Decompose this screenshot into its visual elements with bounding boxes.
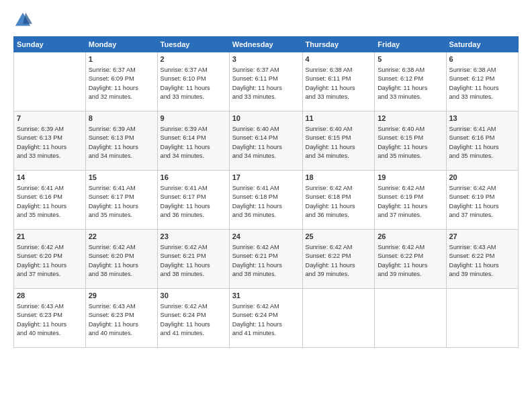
day-info: Sunrise: 6:37 AM Sunset: 6:11 PM Dayligh… bbox=[232, 66, 282, 101]
calendar-week-row: 21Sunrise: 6:42 AM Sunset: 6:20 PM Dayli… bbox=[14, 230, 519, 289]
logo bbox=[13, 11, 35, 30]
calendar-cell: 28Sunrise: 6:43 AM Sunset: 6:23 PM Dayli… bbox=[14, 289, 86, 348]
calendar-cell: 5Sunrise: 6:38 AM Sunset: 6:12 PM Daylig… bbox=[375, 52, 446, 111]
day-number: 19 bbox=[378, 173, 443, 183]
day-number: 1 bbox=[89, 54, 154, 64]
day-info: Sunrise: 6:41 AM Sunset: 6:17 PM Dayligh… bbox=[161, 185, 210, 219]
day-info: Sunrise: 6:40 AM Sunset: 6:14 PM Dayligh… bbox=[232, 126, 282, 160]
calendar-cell: 6Sunrise: 6:38 AM Sunset: 6:12 PM Daylig… bbox=[446, 52, 519, 111]
day-number: 8 bbox=[89, 113, 154, 124]
day-number: 30 bbox=[161, 291, 226, 301]
day-info: Sunrise: 6:41 AM Sunset: 6:16 PM Dayligh… bbox=[17, 185, 66, 219]
day-info: Sunrise: 6:42 AM Sunset: 6:19 PM Dayligh… bbox=[378, 185, 427, 219]
calendar-header-day: Monday bbox=[85, 37, 157, 52]
calendar-cell: 16Sunrise: 6:41 AM Sunset: 6:17 PM Dayli… bbox=[157, 171, 229, 230]
calendar-week-row: 1Sunrise: 6:37 AM Sunset: 6:09 PM Daylig… bbox=[14, 52, 519, 111]
day-info: Sunrise: 6:41 AM Sunset: 6:18 PM Dayligh… bbox=[232, 185, 282, 219]
calendar-cell: 30Sunrise: 6:42 AM Sunset: 6:24 PM Dayli… bbox=[157, 289, 229, 348]
day-info: Sunrise: 6:38 AM Sunset: 6:12 PM Dayligh… bbox=[378, 66, 427, 101]
day-number: 27 bbox=[449, 232, 516, 242]
day-number: 12 bbox=[378, 113, 443, 124]
calendar-cell: 21Sunrise: 6:42 AM Sunset: 6:20 PM Dayli… bbox=[14, 230, 86, 289]
calendar-week-row: 7Sunrise: 6:39 AM Sunset: 6:13 PM Daylig… bbox=[14, 111, 519, 171]
day-number: 21 bbox=[17, 232, 83, 242]
calendar-cell: 2Sunrise: 6:37 AM Sunset: 6:10 PM Daylig… bbox=[157, 52, 229, 111]
calendar-cell: 18Sunrise: 6:42 AM Sunset: 6:18 PM Dayli… bbox=[302, 171, 375, 230]
day-info: Sunrise: 6:39 AM Sunset: 6:14 PM Dayligh… bbox=[161, 126, 210, 160]
calendar-cell: 15Sunrise: 6:41 AM Sunset: 6:17 PM Dayli… bbox=[85, 171, 157, 230]
calendar-cell: 12Sunrise: 6:40 AM Sunset: 6:15 PM Dayli… bbox=[375, 111, 446, 171]
calendar-cell: 7Sunrise: 6:39 AM Sunset: 6:13 PM Daylig… bbox=[14, 111, 86, 171]
day-info: Sunrise: 6:42 AM Sunset: 6:24 PM Dayligh… bbox=[232, 303, 282, 337]
day-number: 20 bbox=[449, 173, 516, 183]
calendar-cell bbox=[375, 289, 446, 348]
day-number: 10 bbox=[232, 113, 300, 124]
day-number: 3 bbox=[232, 54, 300, 64]
calendar-cell: 26Sunrise: 6:42 AM Sunset: 6:22 PM Dayli… bbox=[375, 230, 446, 289]
day-number: 4 bbox=[306, 54, 372, 64]
day-number: 31 bbox=[232, 291, 300, 301]
day-number: 28 bbox=[17, 291, 83, 301]
day-info: Sunrise: 6:37 AM Sunset: 6:09 PM Dayligh… bbox=[89, 66, 138, 101]
day-number: 16 bbox=[161, 173, 226, 183]
day-info: Sunrise: 6:42 AM Sunset: 6:24 PM Dayligh… bbox=[161, 303, 210, 337]
calendar-week-row: 14Sunrise: 6:41 AM Sunset: 6:16 PM Dayli… bbox=[14, 171, 519, 230]
day-number: 25 bbox=[306, 232, 372, 242]
calendar-cell: 13Sunrise: 6:41 AM Sunset: 6:16 PM Dayli… bbox=[446, 111, 519, 171]
calendar-cell: 25Sunrise: 6:42 AM Sunset: 6:22 PM Dayli… bbox=[302, 230, 375, 289]
day-info: Sunrise: 6:43 AM Sunset: 6:23 PM Dayligh… bbox=[17, 303, 66, 337]
day-number: 15 bbox=[89, 173, 154, 183]
day-number: 26 bbox=[378, 232, 443, 242]
day-info: Sunrise: 6:42 AM Sunset: 6:20 PM Dayligh… bbox=[17, 244, 66, 278]
calendar-header-row: SundayMondayTuesdayWednesdayThursdayFrid… bbox=[14, 37, 519, 52]
day-number: 7 bbox=[17, 113, 83, 124]
day-info: Sunrise: 6:40 AM Sunset: 6:15 PM Dayligh… bbox=[378, 126, 427, 160]
calendar-header-day: Tuesday bbox=[157, 37, 229, 52]
header bbox=[13, 11, 519, 30]
day-number: 29 bbox=[89, 291, 154, 301]
day-info: Sunrise: 6:40 AM Sunset: 6:15 PM Dayligh… bbox=[306, 126, 355, 160]
calendar-cell: 3Sunrise: 6:37 AM Sunset: 6:11 PM Daylig… bbox=[229, 52, 302, 111]
day-number: 2 bbox=[161, 54, 226, 64]
calendar-header-day: Sunday bbox=[14, 37, 86, 52]
calendar-cell: 4Sunrise: 6:38 AM Sunset: 6:11 PM Daylig… bbox=[302, 52, 375, 111]
page: SundayMondayTuesdayWednesdayThursdayFrid… bbox=[0, 0, 532, 411]
calendar-cell: 22Sunrise: 6:42 AM Sunset: 6:20 PM Dayli… bbox=[85, 230, 157, 289]
day-info: Sunrise: 6:38 AM Sunset: 6:12 PM Dayligh… bbox=[449, 66, 499, 101]
calendar-cell: 29Sunrise: 6:43 AM Sunset: 6:23 PM Dayli… bbox=[85, 289, 157, 348]
day-number: 6 bbox=[449, 54, 516, 64]
day-info: Sunrise: 6:42 AM Sunset: 6:21 PM Dayligh… bbox=[232, 244, 282, 278]
calendar-cell: 27Sunrise: 6:43 AM Sunset: 6:22 PM Dayli… bbox=[446, 230, 519, 289]
calendar-cell: 20Sunrise: 6:42 AM Sunset: 6:19 PM Dayli… bbox=[446, 171, 519, 230]
day-info: Sunrise: 6:43 AM Sunset: 6:23 PM Dayligh… bbox=[89, 303, 138, 337]
calendar-week-row: 28Sunrise: 6:43 AM Sunset: 6:23 PM Dayli… bbox=[14, 289, 519, 348]
day-number: 22 bbox=[89, 232, 154, 242]
day-info: Sunrise: 6:42 AM Sunset: 6:19 PM Dayligh… bbox=[449, 185, 499, 219]
day-number: 13 bbox=[449, 113, 516, 124]
calendar-cell: 1Sunrise: 6:37 AM Sunset: 6:09 PM Daylig… bbox=[85, 52, 157, 111]
day-info: Sunrise: 6:42 AM Sunset: 6:18 PM Dayligh… bbox=[306, 185, 355, 219]
calendar-cell: 31Sunrise: 6:42 AM Sunset: 6:24 PM Dayli… bbox=[229, 289, 302, 348]
calendar-cell: 24Sunrise: 6:42 AM Sunset: 6:21 PM Dayli… bbox=[229, 230, 302, 289]
calendar-cell: 17Sunrise: 6:41 AM Sunset: 6:18 PM Dayli… bbox=[229, 171, 302, 230]
day-number: 5 bbox=[378, 54, 443, 64]
day-info: Sunrise: 6:41 AM Sunset: 6:16 PM Dayligh… bbox=[449, 126, 499, 160]
day-number: 9 bbox=[161, 113, 226, 124]
calendar-header-day: Saturday bbox=[446, 37, 519, 52]
day-info: Sunrise: 6:43 AM Sunset: 6:22 PM Dayligh… bbox=[449, 244, 499, 278]
calendar-cell: 11Sunrise: 6:40 AM Sunset: 6:15 PM Dayli… bbox=[302, 111, 375, 171]
day-info: Sunrise: 6:39 AM Sunset: 6:13 PM Dayligh… bbox=[89, 126, 138, 160]
logo-icon bbox=[13, 11, 32, 30]
calendar-header-day: Wednesday bbox=[229, 37, 302, 52]
day-info: Sunrise: 6:38 AM Sunset: 6:11 PM Dayligh… bbox=[306, 66, 355, 101]
calendar-cell: 9Sunrise: 6:39 AM Sunset: 6:14 PM Daylig… bbox=[157, 111, 229, 171]
day-info: Sunrise: 6:42 AM Sunset: 6:22 PM Dayligh… bbox=[306, 244, 355, 278]
day-number: 18 bbox=[306, 173, 372, 183]
calendar-cell: 14Sunrise: 6:41 AM Sunset: 6:16 PM Dayli… bbox=[14, 171, 86, 230]
day-number: 23 bbox=[161, 232, 226, 242]
day-info: Sunrise: 6:42 AM Sunset: 6:20 PM Dayligh… bbox=[89, 244, 138, 278]
calendar-cell: 8Sunrise: 6:39 AM Sunset: 6:13 PM Daylig… bbox=[85, 111, 157, 171]
day-info: Sunrise: 6:41 AM Sunset: 6:17 PM Dayligh… bbox=[89, 185, 138, 219]
calendar-cell bbox=[302, 289, 375, 348]
calendar-cell: 23Sunrise: 6:42 AM Sunset: 6:21 PM Dayli… bbox=[157, 230, 229, 289]
